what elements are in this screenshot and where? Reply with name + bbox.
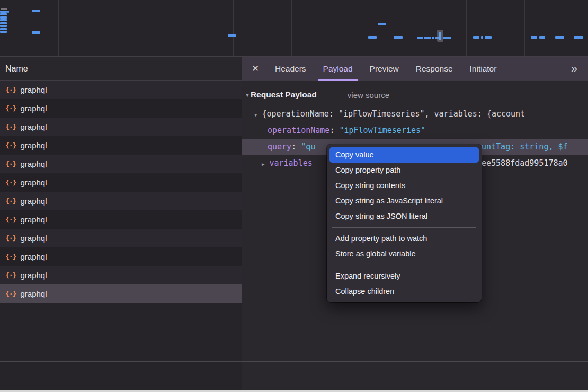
network-request-row[interactable]: {·} graphql <box>0 136 242 155</box>
request-name-label: graphql <box>20 252 47 261</box>
request-name-label: graphql <box>20 85 47 94</box>
json-braces-icon: {·} <box>5 197 16 205</box>
overview-grid-line <box>117 0 117 56</box>
request-timing-bar <box>0 16 7 19</box>
request-timing-bar <box>539 36 545 39</box>
request-timing-bar <box>443 37 451 39</box>
network-request-row[interactable]: {·} graphql <box>0 155 242 173</box>
context-menu-item[interactable]: Add property path to watch <box>327 231 482 246</box>
network-request-row[interactable]: {·} graphql <box>0 266 242 284</box>
more-tabs-button[interactable]: » <box>571 57 577 81</box>
json-braces-icon: {·} <box>5 271 16 279</box>
json-braces-icon: {·} <box>5 141 16 149</box>
detail-tab[interactable]: Headers <box>274 57 307 81</box>
json-braces-icon: {·} <box>5 234 16 242</box>
request-timing-bar <box>0 19 7 21</box>
request-timing-bar <box>424 37 431 39</box>
request-name-label: graphql <box>20 271 47 280</box>
network-request-row[interactable]: {·} graphql <box>0 99 242 118</box>
request-timing-bar <box>481 36 483 39</box>
json-string-value-left: "qu <box>301 142 315 152</box>
request-name-label: graphql <box>20 104 47 113</box>
context-menu-item[interactable] <box>332 227 476 228</box>
view-source-link[interactable]: view source <box>348 91 389 100</box>
json-root-row[interactable]: ▼ {operationName: "ipFlowTimeseries", va… <box>242 106 588 122</box>
json-root-preview: {operationName: "ipFlowTimeseries", vari… <box>262 109 525 119</box>
network-overview-timeline[interactable] <box>0 0 588 57</box>
context-menu-item-label: Copy string contents <box>335 181 405 190</box>
overview-grid-line <box>58 0 59 56</box>
overview-hover-marker-bar <box>439 32 441 40</box>
overview-grid-line <box>466 0 467 56</box>
network-request-row[interactable]: {·} graphql <box>0 210 242 229</box>
request-timing-bar <box>378 23 386 25</box>
detail-tab[interactable]: Payload <box>322 57 354 81</box>
overview-grid-line <box>524 0 525 56</box>
json-braces-icon: {·} <box>5 290 16 298</box>
request-timing-bar <box>0 13 7 15</box>
overview-grid-line <box>583 0 583 56</box>
network-request-rows: {·} graphql {·} graphql {·} graphql {·} … <box>0 81 242 303</box>
request-payload-section-header[interactable]: ▼ Request Payload view source <box>242 81 588 102</box>
json-braces-icon: {·} <box>5 253 16 261</box>
panel-splitter[interactable] <box>242 57 242 390</box>
request-name-label: graphql <box>20 141 47 150</box>
request-timing-bar <box>7 11 9 13</box>
overview-grid-line <box>350 0 350 56</box>
overview-grid-line <box>175 0 175 56</box>
context-menu-item[interactable]: Copy string as JavaScript literal <box>327 193 482 209</box>
request-timing-bar <box>32 10 40 12</box>
request-timing-bar <box>0 31 7 33</box>
close-detail-button[interactable]: ✕ <box>248 63 262 74</box>
context-menu-item-label: Copy value <box>335 150 374 159</box>
context-menu-item-label: Copy string as JavaScript literal <box>335 197 443 205</box>
network-request-row[interactable]: {·} graphql <box>0 229 242 247</box>
context-menu-item-label: Copy string as JSON literal <box>335 212 427 220</box>
json-braces-icon: {·} <box>5 179 16 186</box>
tab-label: Initiator <box>470 64 497 73</box>
context-menu-item[interactable] <box>332 265 476 265</box>
network-request-row[interactable]: {·} graphql <box>0 173 242 192</box>
summary-bar-divider <box>0 361 588 362</box>
network-request-row[interactable]: {·} graphql <box>0 284 242 303</box>
network-request-row[interactable]: {·} graphql <box>0 81 242 99</box>
network-request-row[interactable]: {·} graphql <box>0 118 242 136</box>
context-menu-item[interactable]: Store as global variable <box>327 246 482 262</box>
request-timing-bar <box>432 37 434 39</box>
context-menu-item-label: Collapse children <box>335 287 394 296</box>
request-timing-bar <box>0 22 7 24</box>
context-menu: Copy value Copy property path Copy strin… <box>327 144 482 302</box>
request-timing-bar <box>485 36 492 39</box>
overview-grid-line <box>291 0 292 56</box>
request-timing-bar <box>228 34 236 37</box>
context-menu-item[interactable]: Copy string contents <box>327 178 482 193</box>
json-braces-icon: {·} <box>5 86 16 94</box>
json-braces-icon: {·} <box>5 216 16 224</box>
detail-tab[interactable]: Response <box>415 57 454 81</box>
network-request-row[interactable]: {·} graphql <box>0 247 242 266</box>
context-menu-item[interactable]: Expand recursively <box>327 269 482 284</box>
json-braces-icon: {·} <box>5 104 16 112</box>
context-menu-item[interactable]: Copy value <box>329 147 479 163</box>
json-string-value-right: untTag: string, $f <box>482 139 568 155</box>
request-name-label: graphql <box>20 159 47 168</box>
json-string-value: "ipFlowTimeseries" <box>339 126 425 135</box>
request-name-label: graphql <box>20 178 47 187</box>
network-request-row[interactable]: {·} graphql <box>0 192 242 210</box>
json-row-operation-name[interactable]: operationName: "ipFlowTimeseries" <box>242 122 588 139</box>
detail-tab[interactable]: Initiator <box>469 57 498 81</box>
context-menu-item[interactable]: Copy string as JSON literal <box>327 209 482 224</box>
detail-tab-bar: ✕ Headers Payload Preview Response <box>242 57 588 81</box>
request-timing-bar <box>473 36 479 39</box>
overview-grid-line <box>233 0 234 56</box>
overview-band-separator <box>0 13 588 13</box>
triangle-expanded-icon: ▼ <box>245 92 250 98</box>
json-key: variables <box>269 158 312 168</box>
tab-label: Preview <box>370 64 399 73</box>
chevron-double-right-icon: » <box>571 62 577 75</box>
network-name-column-header[interactable]: Name <box>0 57 242 81</box>
request-name-label: graphql <box>20 215 47 224</box>
context-menu-item[interactable]: Copy property path <box>327 163 482 178</box>
context-menu-item[interactable]: Collapse children <box>327 284 482 299</box>
detail-tab[interactable]: Preview <box>369 57 400 81</box>
